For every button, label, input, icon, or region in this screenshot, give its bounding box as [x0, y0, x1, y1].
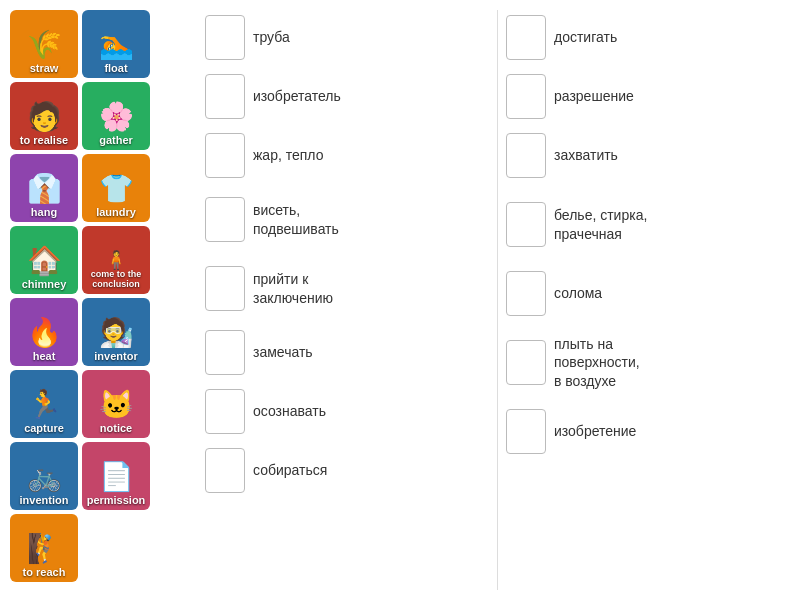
match-item: изобретатель	[205, 69, 489, 124]
match-item: осознавать	[205, 384, 489, 439]
match-text: достигать	[554, 28, 617, 46]
card-notice-label: notice	[100, 422, 132, 434]
match-text: изобретение	[554, 422, 636, 440]
match-box[interactable]	[205, 15, 245, 60]
card-hang-label: hang	[31, 206, 57, 218]
right-match-column: достигать разрешение захватить белье, ст…	[506, 10, 790, 590]
match-item: плыть наповерхности,в воздухе	[506, 325, 790, 400]
match-text: захватить	[554, 146, 618, 164]
card-invention[interactable]: 🚲 invention	[10, 442, 78, 510]
match-text: труба	[253, 28, 290, 46]
card-row-6: 🏃 capture 🐱 notice	[10, 370, 195, 438]
matching-section: труба изобретатель жар, тепло висеть,под…	[205, 10, 790, 590]
match-box[interactable]	[506, 271, 546, 316]
card-row-5: 🔥 heat 🧑‍🔬 inventor	[10, 298, 195, 366]
match-box[interactable]	[205, 74, 245, 119]
card-float[interactable]: 🏊 float	[82, 10, 150, 78]
match-item: жар, тепло	[205, 128, 489, 183]
match-item: достигать	[506, 10, 790, 65]
match-box[interactable]	[506, 409, 546, 454]
match-box[interactable]	[506, 202, 546, 247]
match-text: осознавать	[253, 402, 326, 420]
match-box[interactable]	[506, 340, 546, 385]
card-capture-label: capture	[24, 422, 64, 434]
match-box[interactable]	[506, 74, 546, 119]
match-item: изобретение	[506, 404, 790, 459]
match-text: замечать	[253, 343, 313, 361]
card-to-reach-label: to reach	[23, 566, 66, 578]
match-text: жар, тепло	[253, 146, 323, 164]
match-box[interactable]	[205, 389, 245, 434]
match-item: захватить	[506, 128, 790, 183]
match-box[interactable]	[506, 133, 546, 178]
match-text: прийти кзаключению	[253, 270, 333, 306]
card-gather-label: gather	[99, 134, 133, 146]
card-row-2: 🧑 to realise 🌸 gather	[10, 82, 195, 150]
match-text: белье, стирка,прачечная	[554, 206, 647, 242]
match-text: изобретатель	[253, 87, 341, 105]
card-notice[interactable]: 🐱 notice	[82, 370, 150, 438]
match-text: висеть,подвешивать	[253, 201, 339, 237]
match-text: собираться	[253, 461, 327, 479]
match-item: прийти кзаключению	[205, 256, 489, 321]
match-text: плыть наповерхности,в воздухе	[554, 335, 640, 390]
left-match-column: труба изобретатель жар, тепло висеть,под…	[205, 10, 489, 590]
match-item: труба	[205, 10, 489, 65]
match-item: белье, стирка,прачечная	[506, 187, 790, 262]
match-item: замечать	[205, 325, 489, 380]
card-row-8: 🧗 to reach	[10, 514, 195, 582]
column-divider	[497, 10, 498, 590]
card-chimney[interactable]: 🏠 chimney	[10, 226, 78, 294]
card-to-reach[interactable]: 🧗 to reach	[10, 514, 78, 582]
card-gather[interactable]: 🌸 gather	[82, 82, 150, 150]
card-inventor[interactable]: 🧑‍🔬 inventor	[82, 298, 150, 366]
card-straw-label: straw	[30, 62, 59, 74]
card-heat[interactable]: 🔥 heat	[10, 298, 78, 366]
card-laundry[interactable]: 👕 laundry	[82, 154, 150, 222]
match-box[interactable]	[205, 330, 245, 375]
match-item: солома	[506, 266, 790, 321]
card-straw[interactable]: 🌾 straw	[10, 10, 78, 78]
card-conclusion-label: come to the conclusion	[82, 270, 150, 290]
match-text: разрешение	[554, 87, 634, 105]
card-row-1: 🌾 straw 🏊 float	[10, 10, 195, 78]
match-item: разрешение	[506, 69, 790, 124]
card-capture[interactable]: 🏃 capture	[10, 370, 78, 438]
match-box[interactable]	[205, 133, 245, 178]
card-inventor-label: inventor	[94, 350, 137, 362]
card-row-3: 👔 hang 👕 laundry	[10, 154, 195, 222]
match-text: солома	[554, 284, 602, 302]
card-realise-label: to realise	[20, 134, 68, 146]
match-item: собираться	[205, 443, 489, 498]
card-row-4: 🏠 chimney 🧍 come to the conclusion	[10, 226, 195, 294]
image-cards-panel: 🌾 straw 🏊 float 🧑 to realise 🌸 gather 👔	[10, 10, 195, 590]
match-box[interactable]	[506, 15, 546, 60]
card-heat-label: heat	[33, 350, 56, 362]
card-permission-label: permission	[87, 494, 146, 506]
card-invention-label: invention	[20, 494, 69, 506]
card-realise[interactable]: 🧑 to realise	[10, 82, 78, 150]
card-laundry-label: laundry	[96, 206, 136, 218]
card-row-7: 🚲 invention 📄 permission	[10, 442, 195, 510]
match-box[interactable]	[205, 266, 245, 311]
match-item: висеть,подвешивать	[205, 187, 489, 252]
card-permission[interactable]: 📄 permission	[82, 442, 150, 510]
card-hang[interactable]: 👔 hang	[10, 154, 78, 222]
match-box[interactable]	[205, 197, 245, 242]
card-chimney-label: chimney	[22, 278, 67, 290]
card-conclusion[interactable]: 🧍 come to the conclusion	[82, 226, 150, 294]
card-float-label: float	[104, 62, 127, 74]
match-box[interactable]	[205, 448, 245, 493]
